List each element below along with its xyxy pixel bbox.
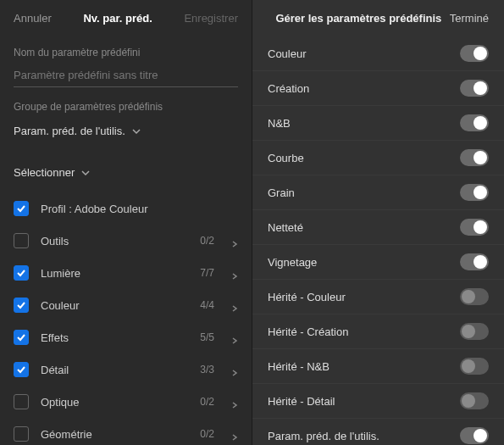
preset-item-label: Optique [41, 396, 188, 409]
select-label: Sélectionner [14, 166, 75, 179]
toggle-label: Hérité - N&B [268, 360, 330, 373]
chevron-right-icon [231, 398, 238, 405]
toggle-row: Param. préd. de l'utilis. [252, 419, 504, 445]
preset-item-label: Profil : Adobe Couleur [41, 203, 238, 215]
toggle-row: Courbe [252, 141, 504, 175]
toggle-switch[interactable] [460, 149, 489, 166]
checkbox[interactable] [14, 201, 29, 216]
manage-presets-panel: Gérer les paramètres prédéfinis Terminé … [252, 0, 504, 445]
toggle-switch[interactable] [460, 392, 489, 409]
checkbox[interactable] [14, 330, 29, 345]
preset-item-label: Outils [41, 235, 188, 248]
toggle-row: Netteté [252, 210, 504, 245]
toggle-switch[interactable] [460, 323, 489, 340]
preset-name-section: Nom du paramètre prédéfini [0, 36, 252, 91]
checkbox[interactable] [14, 362, 29, 377]
done-button[interactable]: Terminé [450, 12, 489, 25]
preset-item-label: Effets [41, 331, 188, 344]
chevron-right-icon [231, 431, 238, 437]
left-header: Annuler Nv. par. préd. Enregistrer [0, 0, 252, 36]
checkbox[interactable] [14, 426, 29, 442]
toggle-label: Courbe [268, 152, 304, 164]
toggle-row: Vignetage [252, 245, 504, 280]
toggle-label: Hérité - Couleur [268, 291, 346, 303]
preset-item-label: Géométrie [41, 428, 188, 441]
toggle-label: Hérité - Création [268, 325, 348, 338]
checkbox[interactable] [14, 298, 29, 313]
preset-group-label: Groupe de paramètres prédéfinis [14, 101, 238, 113]
chevron-right-icon [231, 302, 238, 309]
preset-item-count: 7/7 [200, 267, 214, 279]
toggle-label: Hérité - Détail [268, 395, 335, 408]
preset-item-row[interactable]: Profil : Adobe Couleur [14, 192, 238, 225]
preset-group-section: Groupe de paramètres prédéfinis Param. p… [0, 91, 252, 146]
chevron-right-icon [231, 270, 238, 276]
toggle-row: Création [252, 71, 504, 106]
preset-item-row[interactable]: Lumière7/7 [14, 257, 238, 289]
toggle-knob [474, 220, 487, 234]
toggle-label: N&B [268, 117, 291, 130]
toggle-knob [462, 290, 475, 303]
preset-item-row[interactable]: Optique0/2 [14, 386, 238, 418]
preset-item-label: Détail [41, 364, 188, 376]
preset-item-row[interactable]: Effets5/5 [14, 321, 238, 353]
toggle-switch[interactable] [460, 358, 489, 375]
chevron-down-icon [132, 127, 141, 136]
select-dropdown[interactable]: Sélectionner [14, 161, 238, 184]
toggle-switch[interactable] [460, 80, 489, 97]
right-title: Gérer les paramètres prédéfinis [268, 12, 450, 25]
preset-item-label: Lumière [41, 267, 188, 280]
save-button[interactable]: Enregistrer [184, 12, 238, 25]
toggle-row: Grain [252, 175, 504, 210]
toggle-label: Param. préd. de l'utilis. [268, 430, 379, 442]
preset-group-dropdown[interactable]: Param. préd. de l'utilis. [14, 120, 238, 142]
preset-item-count: 0/2 [200, 396, 214, 408]
preset-item-count: 0/2 [200, 235, 214, 247]
select-section: Sélectionner [0, 146, 252, 187]
toggle-knob [474, 186, 487, 199]
toggle-switch[interactable] [460, 184, 489, 201]
toggle-label: Netteté [268, 221, 303, 234]
toggle-label: Couleur [268, 47, 307, 60]
preset-toggle-list: CouleurCréationN&BCourbeGrainNettetéVign… [252, 36, 504, 445]
chevron-right-icon [231, 366, 238, 373]
chevron-right-icon [231, 237, 238, 244]
toggle-knob [462, 325, 475, 338]
cancel-button[interactable]: Annuler [14, 12, 52, 25]
toggle-switch[interactable] [460, 253, 489, 270]
toggle-row: N&B [252, 106, 504, 141]
toggle-knob [474, 116, 487, 130]
preset-item-label: Couleur [41, 299, 188, 312]
left-title: Nv. par. préd. [83, 12, 152, 25]
toggle-row: Hérité - Couleur [252, 280, 504, 314]
toggle-label: Vignetage [268, 256, 317, 269]
preset-name-input[interactable] [14, 65, 238, 87]
toggle-switch[interactable] [460, 288, 489, 305]
toggle-row: Hérité - Détail [252, 384, 504, 419]
preset-item-row[interactable]: Couleur4/4 [14, 289, 238, 321]
preset-item-row[interactable]: Outils0/2 [14, 225, 238, 257]
toggle-label: Grain [268, 186, 295, 199]
toggle-switch[interactable] [460, 427, 489, 444]
toggle-knob [474, 255, 487, 269]
toggle-knob [474, 151, 487, 164]
toggle-knob [474, 81, 487, 95]
preset-item-row[interactable]: Géométrie0/2 [14, 418, 238, 445]
checkbox[interactable] [14, 394, 29, 409]
checkbox[interactable] [14, 233, 29, 248]
preset-items-list: Profil : Adobe CouleurOutils0/2Lumière7/… [0, 187, 252, 445]
toggle-switch[interactable] [460, 45, 489, 62]
toggle-row: Couleur [252, 36, 504, 71]
toggle-switch[interactable] [460, 114, 489, 131]
toggle-knob [474, 429, 487, 442]
chevron-down-icon [81, 169, 90, 177]
toggle-row: Hérité - Création [252, 314, 504, 349]
preset-group-value: Param. préd. de l'utilis. [14, 125, 125, 137]
toggle-switch[interactable] [460, 219, 489, 236]
preset-name-label: Nom du paramètre prédéfini [14, 47, 238, 58]
checkbox[interactable] [14, 265, 29, 281]
preset-item-row[interactable]: Détail3/3 [14, 353, 238, 386]
chevron-right-icon [231, 334, 238, 341]
toggle-row: Hérité - N&B [252, 349, 504, 384]
preset-item-count: 0/2 [200, 428, 214, 440]
